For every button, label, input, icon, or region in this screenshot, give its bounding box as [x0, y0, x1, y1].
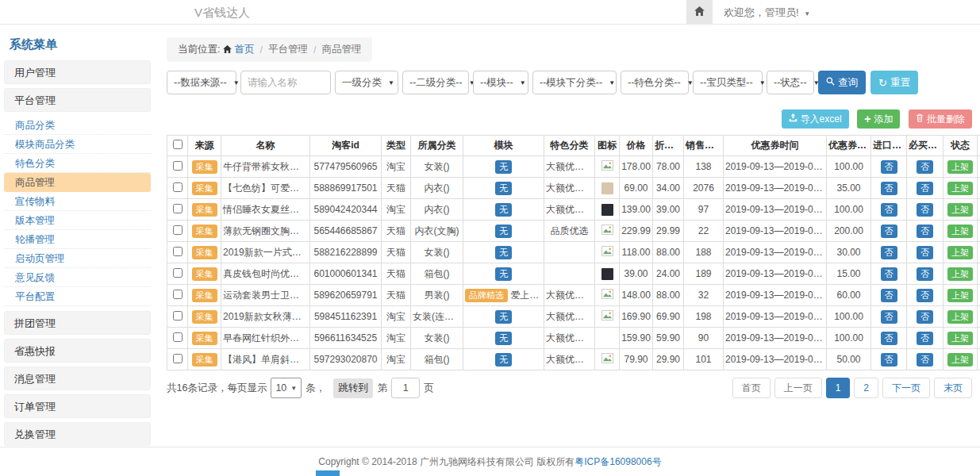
import-select-toggle[interactable]: 否 [881, 246, 897, 259]
jump-page-input[interactable] [391, 378, 420, 398]
must-buy-toggle[interactable]: 否 [917, 246, 933, 259]
row-checkbox[interactable] [173, 268, 183, 278]
import-excel-button[interactable]: 导入excel [782, 109, 849, 129]
sidebar-sub-item[interactable]: 商品管理 [4, 173, 151, 192]
sidebar-sub-item[interactable]: 平台配置 [4, 287, 151, 306]
sidebar-sub-item[interactable]: 轮播管理 [4, 230, 151, 249]
sidebar-group-item[interactable]: 订单管理 [4, 394, 151, 418]
pager-button[interactable]: 1 [826, 378, 851, 398]
sidebar-sub-item[interactable]: 特色分类 [4, 154, 151, 173]
status-toggle[interactable]: 上架 [947, 332, 973, 345]
sidebar-sub-item[interactable]: 商品分类 [4, 116, 151, 135]
import-select-toggle[interactable]: 否 [881, 203, 897, 217]
jump-button[interactable]: 跳转到 [333, 378, 373, 398]
status-toggle[interactable]: 上架 [947, 246, 973, 259]
filter-select-category2[interactable]: --二级分类--▼ [402, 71, 469, 94]
import-select-toggle[interactable]: 否 [881, 310, 897, 324]
import-select-toggle[interactable]: 否 [881, 160, 897, 174]
filter-select-module[interactable]: --模块--▼ [473, 71, 528, 94]
pager-button[interactable]: 上一页 [774, 378, 822, 398]
page-size-select[interactable]: 10▼ [271, 378, 302, 398]
row-checkbox[interactable] [173, 225, 183, 235]
pager-button[interactable]: 首页 [732, 378, 771, 398]
row-checkbox[interactable] [173, 161, 183, 171]
home-button[interactable] [686, 0, 713, 25]
sidebar-group-item[interactable]: 省惠快报 [4, 339, 151, 363]
status-toggle[interactable]: 上架 [947, 267, 973, 281]
import-select-toggle[interactable]: 否 [881, 289, 897, 302]
must-buy-toggle[interactable]: 否 [917, 225, 933, 238]
must-buy-toggle[interactable]: 否 [917, 182, 933, 195]
must-buy-toggle[interactable]: 否 [917, 267, 933, 281]
user-menu[interactable]: 欢迎您，管理员! ▼ [724, 6, 810, 20]
sidebar-sub-item[interactable]: 模块商品分类 [4, 135, 151, 154]
table-row: 采集运动套装男士卫衣初秋...589620659791天猫男装()品牌精选 爱上… [167, 285, 980, 306]
sidebar-group-item[interactable]: 用户管理 [4, 60, 151, 84]
filter-select-feature-category[interactable]: --特色分类--▼ [621, 71, 689, 94]
sidebar-group-item[interactable]: 消息管理 [4, 367, 151, 390]
add-button[interactable]: + 添加 [857, 109, 900, 129]
import-select-toggle[interactable]: 否 [881, 182, 897, 195]
row-checkbox[interactable] [173, 182, 183, 192]
filter-select-module-subcategory[interactable]: --模块下分类--▼ [532, 71, 617, 94]
row-checkbox[interactable] [173, 354, 183, 363]
cell-price: 229.99 [620, 221, 653, 242]
breadcrumb-label: 当前位置: [178, 43, 220, 56]
cell-type: 天猫 [382, 178, 411, 199]
import-select-toggle[interactable]: 否 [881, 225, 897, 238]
sidebar-sub-item[interactable]: 意见反馈 [4, 268, 151, 287]
status-toggle[interactable]: 上架 [947, 289, 973, 302]
pager-button[interactable]: 下一页 [882, 378, 930, 398]
row-checkbox[interactable] [173, 290, 183, 299]
status-toggle[interactable]: 上架 [947, 203, 973, 217]
product-thumbnail [601, 268, 613, 280]
select-all-checkbox[interactable] [173, 140, 183, 149]
reset-button[interactable]: ↻ 重置 [870, 71, 918, 94]
row-checkbox[interactable] [173, 311, 183, 321]
icp-link[interactable]: 粤ICP备16098006号 [575, 456, 661, 467]
cell-price: 178.00 [620, 156, 653, 178]
import-select-toggle[interactable]: 否 [881, 267, 897, 281]
row-checkbox[interactable] [173, 332, 183, 342]
row-checkbox[interactable] [173, 204, 183, 213]
must-buy-toggle[interactable]: 否 [917, 332, 933, 345]
sidebar-group-item[interactable]: 拼团管理 [4, 311, 151, 335]
must-buy-toggle[interactable]: 否 [917, 160, 933, 174]
must-buy-toggle[interactable]: 否 [917, 289, 933, 302]
sidebar-sub-item[interactable]: 启动页管理 [4, 249, 151, 268]
must-buy-toggle[interactable]: 否 [917, 353, 933, 367]
sidebar-sub-item[interactable]: 版本管理 [4, 211, 151, 230]
row-checkbox[interactable] [173, 247, 183, 256]
breadcrumb: 当前位置: 首页 / 平台管理 / 商品管理 [167, 37, 372, 62]
status-toggle[interactable]: 上架 [947, 182, 973, 195]
breadcrumb-home-link[interactable]: 首页 [234, 43, 254, 56]
status-toggle[interactable]: 上架 [947, 353, 973, 367]
query-button[interactable]: 查询 [818, 71, 866, 94]
broken-image-icon [601, 248, 613, 259]
search-input[interactable] [240, 71, 331, 94]
sidebar-sub-item[interactable]: 宣传物料 [4, 192, 151, 211]
filter-select-data-source[interactable]: --数据来源--▼ [167, 71, 236, 94]
sidebar-group-item[interactable]: 平台管理 [4, 88, 151, 112]
must-buy-toggle[interactable]: 否 [917, 203, 933, 217]
filter-select-category1[interactable]: 一级分类▼ [335, 71, 398, 94]
cell-type: 淘宝 [382, 328, 411, 349]
cell-module: 无 [463, 242, 544, 263]
pager-button[interactable]: 2 [854, 378, 878, 398]
pager-button[interactable]: 末页 [934, 378, 972, 398]
must-buy-toggle[interactable]: 否 [917, 310, 933, 324]
sidebar-group-item[interactable]: 兑换管理 [4, 422, 151, 446]
filter-select-status[interactable]: --状态--▼ [767, 71, 814, 94]
status-toggle[interactable]: 上架 [947, 225, 973, 238]
cell-sales: 2076 [684, 178, 724, 199]
cell-category: 箱包() [411, 349, 463, 370]
filter-select-item-type[interactable]: --宝贝类型--▼ [693, 71, 763, 94]
batch-delete-button[interactable]: 批量删除 [909, 109, 972, 129]
status-toggle[interactable]: 上架 [947, 310, 973, 324]
status-toggle[interactable]: 上架 [947, 160, 973, 174]
cell-name: 2019新款女秋薄款... [221, 306, 310, 328]
cell-sales: 189 [684, 263, 724, 285]
import-select-toggle[interactable]: 否 [881, 332, 897, 345]
footer: Copyright © 2014-2018 广州九驰网络科技有限公司 版权所有粤… [0, 447, 980, 476]
import-select-toggle[interactable]: 否 [881, 353, 897, 367]
